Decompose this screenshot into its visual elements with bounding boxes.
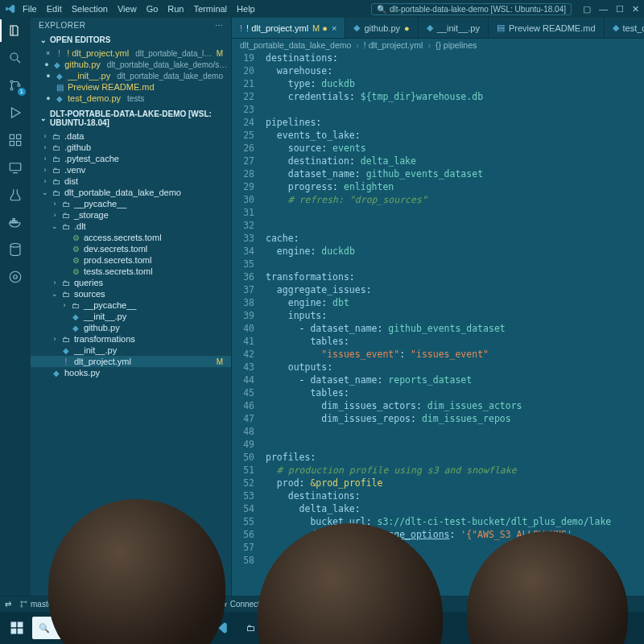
window-controls: ▢ — ☐ ✕	[583, 4, 639, 14]
code-editor[interactable]: 1920212223242526272829303132333435363738…	[232, 52, 644, 596]
folder-item[interactable]: ⌄🗀dlt_portable_data_lake_demo	[31, 187, 231, 198]
close-icon[interactable]: ×	[332, 23, 336, 33]
ports[interactable]: ⇅ 0	[199, 600, 213, 609]
folder-item[interactable]: ›🗀.data	[31, 130, 231, 142]
svg-rect-6	[10, 142, 14, 146]
database-icon[interactable]	[7, 242, 23, 258]
breadcrumb-part[interactable]: dlt_portable_data_lake_demo	[240, 40, 351, 50]
editor-group: !! dlt_project.ymlM ●×◆github.py●◆__init…	[232, 18, 644, 596]
gitlens-icon[interactable]	[7, 269, 23, 285]
docker-icon[interactable]	[7, 214, 23, 230]
file-item[interactable]: !dlt_project.ymlM	[31, 356, 231, 367]
source-control-icon[interactable]: 1	[7, 77, 23, 93]
menu-view[interactable]: View	[118, 4, 137, 14]
py-icon: ◆	[61, 346, 71, 355]
remote-indicator[interactable]: ⇄	[5, 600, 11, 609]
git-branch[interactable]: master*	[19, 600, 58, 609]
vscode-window: FileEditSelectionViewGoRunTerminalHelp 🔍…	[0, 0, 644, 612]
close-button[interactable]: ✕	[632, 4, 639, 14]
folder-item[interactable]: ›🗀dist	[31, 175, 231, 187]
testing-icon[interactable]	[7, 187, 23, 203]
editor-tab[interactable]: ◆test_d	[605, 18, 644, 38]
code-content[interactable]: destinations: warehouse: type: duckdb cr…	[261, 52, 644, 596]
remote-explorer-icon[interactable]	[7, 159, 23, 175]
file-item[interactable]: ◆__init__.py	[31, 311, 231, 322]
folder-item[interactable]: ›🗀.github	[31, 142, 231, 153]
py-icon: ◆	[55, 94, 64, 103]
folder-icon: 🗀	[61, 211, 71, 220]
folder-item[interactable]: ›🗀.pytest_cache	[31, 153, 231, 164]
folder-item[interactable]: ›🗀queries	[31, 277, 231, 288]
layout-icon[interactable]: ▢	[583, 4, 591, 14]
breadcrumb-part[interactable]: ! dlt_project.yml	[364, 40, 423, 50]
command-center[interactable]: 🔍 dlt-portable-data-lake-demo [WSL: Ubun…	[371, 3, 572, 15]
maximize-button[interactable]: ☐	[616, 4, 624, 14]
editor-tabs: !! dlt_project.ymlM ●×◆github.py●◆__init…	[232, 18, 644, 39]
breadcrumb[interactable]: dlt_portable_data_lake_demo›! dlt_projec…	[232, 39, 644, 52]
folder-icon: 🗀	[52, 132, 61, 141]
taskbar-terminal-icon[interactable]: ▣	[266, 614, 293, 642]
run-debug-icon[interactable]	[7, 105, 23, 121]
open-editors-header[interactable]: ⌄OPEN EDITORS	[31, 33, 231, 47]
menu-help[interactable]: Help	[237, 4, 255, 14]
search-icon: 🔍	[377, 5, 386, 14]
svg-point-17	[21, 605, 23, 607]
file-item[interactable]: ⚙dev.secrets.toml	[31, 243, 231, 254]
file-item[interactable]: ⚙prod.secrets.toml	[31, 254, 231, 266]
folder-item[interactable]: ›🗀.venv	[31, 164, 231, 175]
menu-selection[interactable]: Selection	[72, 4, 108, 14]
extensions-icon[interactable]	[7, 132, 23, 148]
taskbar-explorer-icon[interactable]: 🗀	[237, 614, 264, 642]
folder-item[interactable]: ›🗀__pycache__	[31, 299, 231, 311]
file-item[interactable]: ◆hooks.py	[31, 367, 231, 378]
more-icon[interactable]: ⋯	[215, 21, 224, 30]
taskbar-vscode-icon[interactable]	[208, 614, 235, 642]
svg-rect-22	[18, 629, 23, 634]
editor-tab[interactable]: ◆github.py●	[345, 18, 418, 38]
open-editor-item[interactable]: ●◆test_demo.pytests	[31, 93, 231, 104]
task-view-icon[interactable]: ☰	[179, 614, 206, 642]
file-item[interactable]: ⚙tests.secrets.toml	[31, 266, 231, 277]
svg-rect-12	[13, 219, 14, 221]
svg-rect-4	[10, 134, 14, 138]
svg-point-14	[10, 271, 21, 283]
search-icon[interactable]	[7, 50, 23, 66]
yml-icon: !	[54, 49, 64, 58]
menu-run[interactable]: Run	[167, 4, 184, 14]
svg-point-13	[10, 244, 20, 248]
folder-icon: 🗀	[61, 222, 71, 231]
breadcrumb-part[interactable]: {} pipelines	[436, 40, 477, 50]
open-editor-item[interactable]: ●◆__init__.pydlt_portable_data_lake_demo	[31, 70, 231, 81]
launchpad[interactable]: 🚀 Launchpad	[80, 600, 133, 609]
py-icon: ◆	[71, 312, 80, 321]
folder-item[interactable]: ⌄🗀sources	[31, 288, 231, 299]
start-button[interactable]	[3, 614, 31, 642]
folder-item[interactable]: ›🗀_storage	[31, 209, 231, 221]
editor-tab[interactable]: ▤Preview README.md	[489, 18, 605, 38]
problems[interactable]: ⊘ 0 △ 0 ⓘ 16	[141, 599, 191, 610]
explorer-icon[interactable]	[7, 23, 23, 39]
open-editor-item[interactable]: ×!! dlt_project.ymldlt_portable_data_la.…	[31, 47, 231, 59]
vscode-logo-icon	[5, 3, 16, 14]
taskbar-search[interactable]: 🔍 Type here to search	[32, 617, 177, 639]
editor-tab[interactable]: !! dlt_project.ymlM ●×	[232, 18, 345, 38]
git-sync[interactable]: ⟳	[66, 600, 72, 609]
connect[interactable]: ★ Connect	[221, 600, 260, 609]
menu-edit[interactable]: Edit	[47, 4, 62, 14]
project-header[interactable]: ⌄DLT-PORTABLE-DATA-LAKE-DEMO [WSL: UBUNT…	[31, 107, 231, 130]
folder-item[interactable]: ›🗀transformations	[31, 333, 231, 345]
svg-point-18	[25, 601, 27, 603]
file-item[interactable]: ⚙access.secrets.toml	[31, 232, 231, 243]
menu-go[interactable]: Go	[147, 4, 159, 14]
folder-item[interactable]: ⌄🗀.dlt	[31, 221, 231, 232]
file-item[interactable]: ◆github.py	[31, 322, 231, 333]
open-editor-item[interactable]: ●◆github.pydlt_portable_data_lake_demo/s…	[31, 59, 231, 70]
py-icon: ◆	[53, 60, 62, 69]
open-editor-item[interactable]: ▤Preview README.md	[31, 81, 231, 93]
file-item[interactable]: ◆__init__.py	[31, 345, 231, 356]
editor-tab[interactable]: ◆__init__.py	[419, 18, 489, 38]
folder-item[interactable]: ›🗀__pycache__	[31, 198, 231, 209]
menu-file[interactable]: File	[23, 4, 37, 14]
menu-terminal[interactable]: Terminal	[194, 4, 228, 14]
minimize-button[interactable]: —	[599, 4, 608, 14]
